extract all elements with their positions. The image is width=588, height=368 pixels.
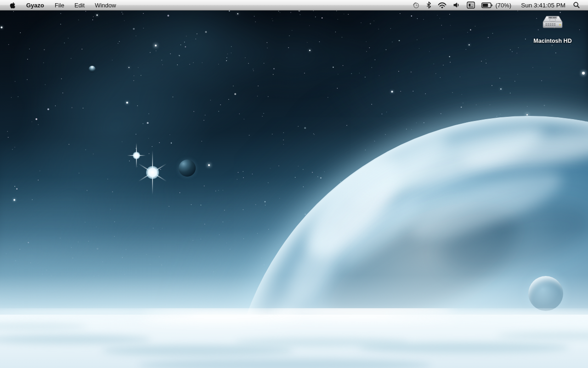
spotlight-search-icon <box>573 1 580 9</box>
volume-icon <box>453 2 460 8</box>
wallpaper-small-planet <box>179 160 196 177</box>
battery-percent-label: (70%) <box>493 2 514 9</box>
wallpaper-tiny-moon <box>89 66 96 73</box>
time-machine-menu-extra[interactable] <box>409 0 423 10</box>
wallpaper-star <box>155 45 157 46</box>
desktop: Gyazo File Edit Window <box>0 0 588 368</box>
wallpaper-ice-surface <box>0 308 588 368</box>
time-machine-icon <box>412 1 420 9</box>
battery-menu-extra[interactable]: (70%) <box>478 0 517 10</box>
apple-menu[interactable] <box>4 0 21 10</box>
keyboard-viewer-menu-extra[interactable] <box>464 0 478 10</box>
apple-logo-icon <box>9 1 16 9</box>
app-menu-gyazo[interactable]: Gyazo <box>21 0 50 10</box>
desktop-icon-label: Macintosh HD <box>533 38 571 44</box>
wallpaper-crescent-moon <box>528 276 563 311</box>
bluetooth-menu-extra[interactable] <box>423 0 435 10</box>
volume-menu-extra[interactable] <box>450 0 464 10</box>
spotlight-menu-extra[interactable] <box>570 0 583 10</box>
menu-edit[interactable]: Edit <box>69 0 90 10</box>
wallpaper-star <box>208 164 210 166</box>
battery-icon <box>481 2 493 8</box>
wifi-menu-extra[interactable] <box>435 0 450 10</box>
menu-bar-clock[interactable]: Sun 3:41:05 PM <box>517 0 570 10</box>
wallpaper-star <box>582 72 585 75</box>
hard-drive-icon <box>541 14 565 36</box>
wifi-icon <box>438 2 447 9</box>
wallpaper-star <box>526 114 528 115</box>
menu-window[interactable]: Window <box>90 0 121 10</box>
desktop-icon-macintosh-hd[interactable]: Macintosh HD <box>533 14 572 44</box>
menu-file[interactable]: File <box>50 0 69 10</box>
bluetooth-icon <box>426 1 431 9</box>
menu-bar: Gyazo File Edit Window <box>0 0 588 11</box>
keyboard-viewer-icon <box>467 1 475 9</box>
